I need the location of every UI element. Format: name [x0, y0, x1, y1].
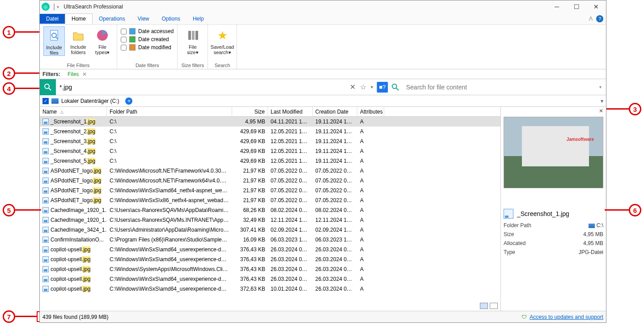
callout-5: 5	[3, 204, 15, 216]
close-icon[interactable]: ✕	[82, 71, 87, 77]
results-table: Name△ Folder Path Size Last Modified Cre…	[40, 107, 500, 311]
table-row[interactable]: _Screenshot_5.jpgC:\429,69 KB12.05.2021 …	[40, 156, 500, 166]
content-dropdown-icon[interactable]: ▾	[595, 85, 606, 89]
file-icon	[42, 168, 49, 174]
svg-point-9	[392, 84, 397, 89]
group-label-filefilters: File Filters	[67, 63, 90, 68]
view-list-icon[interactable]	[480, 303, 488, 309]
table-row[interactable]: copilot-upsell.jpgC:\Windows\WinSxS\amd6…	[40, 245, 500, 254]
callout-6: 6	[629, 204, 641, 216]
favorite-search-icon[interactable]: ☆	[360, 83, 366, 91]
table-row[interactable]: _Screenshot_1.jpgC:\4,95 MB04.11.2021 10…	[40, 117, 500, 127]
col-name[interactable]: Name△	[40, 107, 107, 117]
preview-prop-row: Allocated4,95 MB	[504, 240, 603, 249]
collapse-ribbon-icon[interactable]: ᐱ	[589, 16, 593, 22]
chk-date-modified[interactable]: Date modified	[121, 44, 174, 51]
col-size[interactable]: Size	[232, 107, 268, 117]
menu-datei[interactable]: Datei	[40, 14, 65, 24]
file-icon	[42, 148, 49, 154]
close-button[interactable]: ✕	[586, 0, 606, 13]
svg-point-7	[45, 84, 49, 89]
table-row[interactable]: ASPdotNET_logo.jpgC:\Windows\WinSxS\amd6…	[40, 186, 500, 195]
file-icon	[42, 227, 49, 233]
add-drive-button[interactable]: +	[125, 97, 132, 105]
preview-pane: ✕ Jamsoftware _Screenshot_1.jpg Folder P…	[500, 107, 606, 311]
include-folders-button[interactable]: Include folders	[68, 26, 89, 55]
include-files-button[interactable]: Include files	[43, 26, 65, 56]
ribbon: Include files Include folders File types…	[40, 25, 606, 69]
table-row[interactable]: copilot-upsell.jpgC:\Windows\WinSxS\amd6…	[40, 254, 500, 264]
preview-prop-row: Folder PathC:\	[504, 222, 603, 231]
preview-filename: _Screenshot_1.jpg	[517, 210, 569, 217]
status-bar: 439 files found (189,99 MB) 🛡 Access to …	[40, 311, 606, 322]
col-attr[interactable]: Attributes	[357, 107, 384, 117]
table-row[interactable]: _Screenshot_4.jpgC:\429,69 KB12.05.2021 …	[40, 146, 500, 156]
col-path[interactable]: Folder Path	[107, 107, 232, 117]
file-icon	[42, 276, 49, 282]
table-row[interactable]: CachedImage_3424_1...C:\Users\Administra…	[40, 225, 500, 235]
save-load-search-button[interactable]: ★Save/Load search▾	[212, 26, 233, 55]
search-icon[interactable]	[40, 79, 56, 95]
help-icon[interactable]: ?	[596, 15, 603, 22]
search-dropdown-icon[interactable]: ▾	[371, 85, 373, 89]
minimize-button[interactable]: ─	[547, 0, 567, 13]
filters-bar: Filters: Files✕	[40, 69, 606, 79]
chk-date-created[interactable]: Date created	[121, 36, 174, 42]
content-search-icon[interactable]	[388, 84, 402, 91]
filter-chip-files[interactable]: Files✕	[68, 71, 87, 77]
drive-checkbox[interactable]: ✓	[42, 98, 49, 104]
chk-date-accessed[interactable]: Date accessed	[121, 28, 174, 34]
table-row[interactable]: copilot-upsell.jpgC:\Windows\WinSxS\amd6…	[40, 284, 500, 294]
file-size-button[interactable]: File size▾	[182, 26, 203, 55]
content-search-input[interactable]	[402, 80, 595, 95]
file-icon	[42, 237, 49, 243]
maximize-button[interactable]: ☐	[567, 0, 586, 13]
search-bar: ✕ ☆ ▾ ■? ▾	[40, 79, 606, 95]
table-row[interactable]: CachedImage_1920_1...C:\Users\acs-Ranore…	[40, 205, 500, 215]
callout-4: 4	[3, 82, 15, 95]
syntax-help-button[interactable]: ■?	[377, 82, 388, 93]
table-row[interactable]: ASPdotNET_logo.jpgC:\Windows\Microsoft.N…	[40, 176, 500, 186]
table-row[interactable]: ASPdotNET_logo.jpgC:\Windows\WinSxS\x86_…	[40, 195, 500, 205]
callout-2: 2	[3, 67, 15, 80]
menu-options[interactable]: Options	[156, 14, 186, 24]
file-icon	[42, 256, 49, 262]
file-icon	[42, 246, 49, 253]
menu-operations[interactable]: Operations	[93, 14, 131, 24]
table-row[interactable]: CachedImage_1920_1...C:\Users\acs-Ranore…	[40, 215, 500, 225]
updates-link[interactable]: Access to updates and support	[530, 314, 603, 320]
callout-7: 7	[3, 310, 15, 323]
file-icon	[42, 286, 49, 292]
file-icon	[42, 207, 49, 213]
menu-home[interactable]: Home	[65, 13, 93, 24]
file-icon	[42, 266, 49, 272]
table-row[interactable]: ConfirmInstallationO...C:\Program Files …	[40, 235, 500, 245]
svg-rect-4	[188, 31, 191, 40]
menu-bar: Datei Home Operations View Options Help …	[40, 13, 606, 25]
preview-image: Jamsoftware	[504, 117, 603, 188]
menu-view[interactable]: View	[131, 14, 156, 24]
callout-1: 1	[3, 26, 15, 38]
menu-help[interactable]: Help	[186, 14, 210, 24]
table-row[interactable]: copilot-upsell.jpgC:\Windows\WinSxS\amd6…	[40, 274, 500, 284]
expand-drives-icon[interactable]: ▾	[601, 98, 603, 104]
file-icon	[42, 187, 49, 194]
clear-search-icon[interactable]: ✕	[350, 83, 356, 91]
group-label-search: Search	[215, 63, 230, 68]
file-types-button[interactable]: File types▾	[92, 26, 113, 55]
table-row[interactable]: copilot-upsell.jpgC:\Windows\SystemApps\…	[40, 264, 500, 274]
view-preview-icon[interactable]	[490, 303, 498, 309]
col-cre[interactable]: Creation Date	[313, 107, 357, 117]
file-icon	[42, 178, 49, 184]
svg-line-8	[49, 88, 51, 90]
preview-prop-row: Size4,95 MB	[504, 231, 603, 240]
search-input[interactable]	[56, 80, 346, 95]
shield-icon: 🛡	[521, 314, 527, 320]
table-row[interactable]: _Screenshot_3.jpgC:\429,69 KB12.05.2021 …	[40, 136, 500, 146]
drive-label[interactable]: Lokaler Datenträger (C:)	[61, 98, 119, 104]
close-preview-icon[interactable]: ✕	[599, 108, 603, 114]
col-mod[interactable]: Last Modified	[268, 107, 313, 117]
status-found: 439 files found (189,99 MB)	[42, 314, 108, 320]
table-row[interactable]: _Screenshot_2.jpgC:\429,69 KB12.05.2021 …	[40, 127, 500, 136]
table-row[interactable]: ASPdotNET_logo.jpgC:\Windows\Microsoft.N…	[40, 166, 500, 176]
